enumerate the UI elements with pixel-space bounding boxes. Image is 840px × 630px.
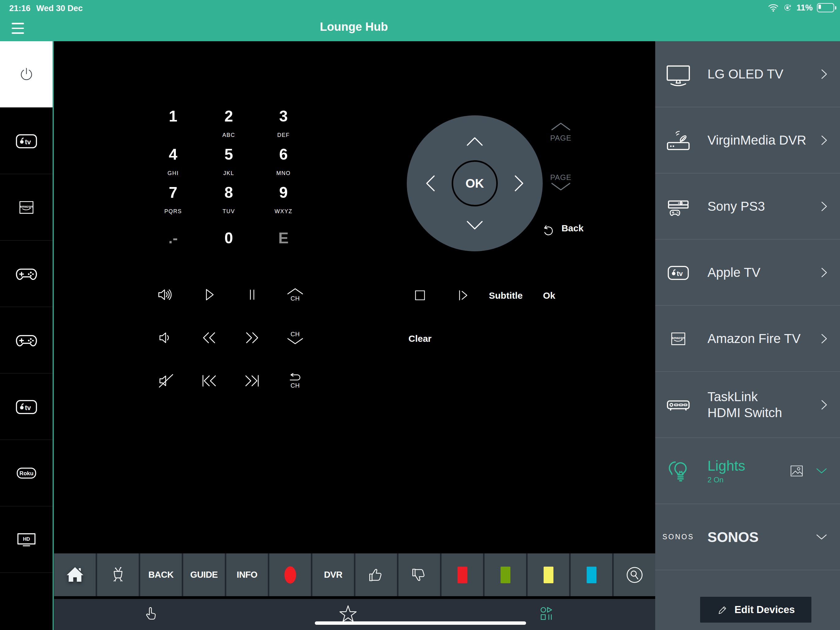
toolbar-color-key-11[interactable] [527,553,569,596]
device-row-lights[interactable]: Lights2 On [655,438,840,504]
key-7[interactable]: 7PQRS [145,178,202,216]
color-square-icon [587,567,597,583]
toolbar-search-button[interactable] [614,553,655,596]
device-row-apple-tv[interactable]: tvApple TV [655,240,840,306]
vol-up-button[interactable] [145,273,188,316]
source-item-apple-tv-1[interactable]: tv [0,108,52,174]
page-down-label: PAGE [539,173,583,182]
device-name: Amazon Fire TV [707,331,820,347]
source-item-roku[interactable]: Roku [0,440,52,507]
status-date: Wed 30 Dec [36,4,83,13]
toolbar-back-button[interactable]: BACK [140,553,182,596]
skip-fwd-icon [243,372,261,390]
battery-icon [817,3,834,12]
toolbar-color-key-9[interactable] [442,553,483,596]
device-row-sonos[interactable]: SONOSSONOS [655,504,840,570]
key-0[interactable]: 0 [202,216,256,262]
toolbar-color-key-10[interactable] [485,553,526,596]
device-row-tasklink[interactable]: TaskLink HDMI Switch [655,372,840,438]
edit-devices-button[interactable]: Edit Devices [700,597,812,623]
dpad-up-button[interactable] [465,136,485,147]
back-button[interactable]: Back [540,223,585,239]
key-2[interactable]: 2ABC [202,101,256,140]
play-button[interactable] [188,273,231,316]
key-.-[interactable]: .- [145,216,202,262]
play-icon [201,286,218,303]
stop-button[interactable] [412,287,428,303]
key-6[interactable]: 6MNO [256,140,311,178]
dpad: OK [407,116,543,251]
step-forward-button[interactable] [455,287,471,303]
page-up-button[interactable]: PAGE [539,122,583,142]
device-row-amazon-fire-tv[interactable]: amazonAmazon Fire TV [655,306,840,372]
roku-icon: Roku [16,462,37,484]
key-9[interactable]: 9WXYZ [256,178,311,216]
key-E[interactable]: E [256,216,311,262]
color-square-icon [458,567,467,583]
rew-button[interactable] [188,316,231,359]
key-5[interactable]: 5JKL [202,140,256,178]
source-item-game-controller-1[interactable] [0,241,52,307]
skip-fwd-button[interactable] [231,359,274,402]
home-icon [65,565,85,584]
clear-button[interactable]: Clear [389,334,451,344]
key-digit: 9 [279,178,288,207]
key-4[interactable]: 4GHI [145,140,202,178]
device-icon-box [655,194,701,219]
toolbar-dvr-button[interactable]: DVR [313,553,354,596]
ch-up-button[interactable]: CH [274,273,317,316]
wifi-icon [768,3,778,12]
key-digit: E [278,223,288,253]
ok-text-button[interactable]: Ok [535,290,563,301]
ch-down-button[interactable]: CH [274,316,317,359]
sidebar-divider [52,41,54,630]
device-trailing [820,331,829,346]
source-item-hd-tv[interactable]: HD [0,507,52,573]
mute-button[interactable] [145,359,188,402]
device-name: Lights [707,458,789,474]
pause-button[interactable] [231,273,274,316]
menu-icon[interactable] [12,23,24,37]
dpad-left-button[interactable] [425,174,436,193]
ok-button[interactable]: OK [452,160,498,206]
toolbar-home-button[interactable] [54,553,96,596]
dpad-down-button[interactable] [465,220,485,231]
vol-down-button[interactable] [145,316,188,359]
tab-media-controls[interactable] [539,606,555,622]
ch-up-icon [286,288,304,295]
skip-back-button[interactable] [188,359,231,402]
toolbar-guide-button[interactable]: GUIDE [183,553,225,596]
dpad-right-button[interactable] [513,174,524,193]
toolbar-color-key-12[interactable] [571,553,612,596]
toolbar-tivo-button[interactable] [97,553,139,596]
page-down-button[interactable]: PAGE [539,172,583,193]
svg-text:tv: tv [677,270,683,277]
apple-tv-icon: tv [666,261,690,284]
subtitle-button[interactable]: Subtitle [475,290,537,301]
device-icon-box [655,128,701,153]
device-trailing [820,199,829,214]
device-row-lg-oled-tv[interactable]: LG OLED TV [655,41,840,108]
ffw-button[interactable] [231,316,274,359]
toolbar-info-button[interactable]: INFO [226,553,268,596]
device-row-virginmedia-dvr[interactable]: VirginMedia DVR [655,108,840,174]
key-3[interactable]: 3DEF [256,101,311,140]
source-item-power[interactable] [0,41,52,108]
device-row-sony-ps3[interactable]: Sony PS3 [655,174,840,240]
toolbar-thumb-down-button[interactable] [398,553,440,596]
toolbar-thumb-up-button[interactable] [355,553,397,596]
tab-star[interactable] [339,605,357,622]
device-trailing [820,265,829,280]
device-icon-box [655,457,701,484]
toolbar-record-button[interactable] [269,553,311,596]
source-item-game-controller-2[interactable] [0,307,52,374]
source-item-apple-tv-2[interactable]: tv [0,374,52,440]
device-trailing [820,133,829,148]
tab-hand-pointer[interactable] [144,606,159,622]
source-item-amazon[interactable]: amazon [0,174,52,241]
ch-return-button[interactable]: CH [274,359,317,402]
key-8[interactable]: 8TUV [202,178,256,216]
home-indicator[interactable] [315,621,526,625]
key-1[interactable]: 1 [145,101,202,140]
device-list: LG OLED TVVirginMedia DVRSony PS3tvApple… [655,41,840,630]
